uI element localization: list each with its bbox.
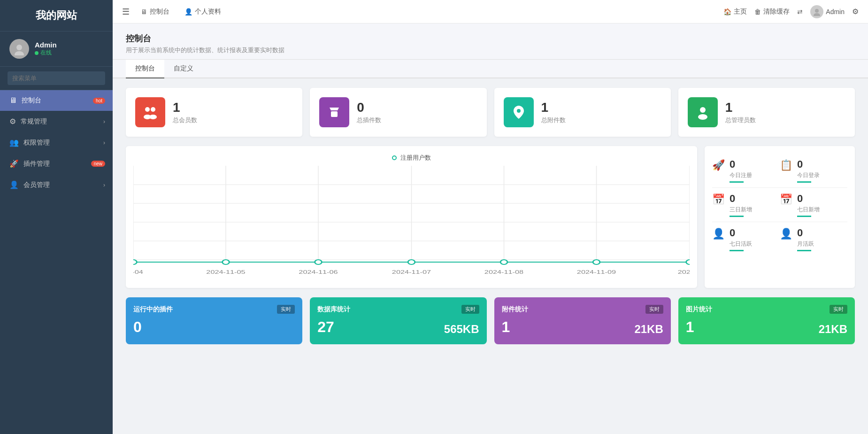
sidebar-item-auth[interactable]: 👥 权限管理 › (0, 132, 113, 153)
topbar-cache-label: 清除缓存 (763, 8, 790, 16)
page-title: 控制台 (126, 33, 855, 44)
attachments-count: 1 (541, 100, 566, 115)
sidebar-item-plugins[interactable]: 🚀 插件管理 new (0, 153, 113, 174)
topbar-nav-dashboard[interactable]: 🖥 控制台 (137, 6, 173, 18)
bottom-card-plugins-header: 运行中的插件 实时 (133, 305, 295, 314)
bottom-card-db-header: 数据库统计 实时 (317, 305, 479, 314)
topbar-clear-cache[interactable]: 🗑 清除缓存 (754, 8, 790, 16)
settings-icon[interactable]: ⚙ (852, 7, 859, 16)
svg-point-28 (593, 260, 600, 264)
stat-card-admins: 1 总管理员数 (678, 88, 855, 137)
bottom-row: 运行中的插件 实时 0 数据库统计 实时 27 565KB (126, 297, 855, 344)
topbar-home[interactable]: 🏠 主页 (723, 8, 747, 16)
user-monthly-icon: 👤 (780, 228, 792, 240)
avatar (9, 39, 29, 59)
svg-text:2024-11-07: 2024-11-07 (392, 269, 431, 275)
sidebar-item-general[interactable]: ⚙ 常规管理 › (0, 111, 113, 132)
page-content: 控制台 用于展示当前系统中的统计数据、统计报表及重要实时数据 控制台 自定义 (113, 23, 868, 434)
members-stat-icon (135, 97, 165, 127)
svg-text:2024-11-05: 2024-11-05 (206, 269, 246, 275)
bottom-card-db-body: 27 565KB (317, 318, 479, 336)
svg-text:2024-11-06: 2024-11-06 (299, 269, 338, 275)
today-register-value: 0 (730, 158, 752, 170)
svg-point-23 (133, 260, 137, 264)
attachment-stats-sub: 21KB (634, 323, 663, 336)
topbar: ☰ 🖥 控制台 👤 个人资料 🏠 主页 🗑 清除缓存 ⇄ (113, 0, 868, 23)
chevron-right-icon-auth: › (103, 140, 105, 146)
topbar-admin-label: Admin (826, 8, 845, 16)
calendar-icon-7: 📅 (780, 194, 792, 206)
svg-point-29 (686, 260, 690, 264)
seven-day-active-value: 0 (730, 227, 752, 239)
running-plugins-title: 运行中的插件 (133, 305, 173, 314)
calendar-icon-3: 📅 (712, 194, 725, 206)
chart-legend: 注册用户数 (133, 154, 690, 162)
admins-stat-icon (688, 97, 718, 127)
running-plugins-badge: 实时 (277, 305, 295, 314)
chevron-right-icon-members: › (103, 182, 105, 188)
db-stats-sub: 565KB (444, 323, 479, 336)
topbar-admin[interactable]: Admin (810, 5, 845, 18)
sidebar-item-dashboard-label: 控制台 (22, 96, 41, 105)
hamburger-icon[interactable]: ☰ (122, 7, 130, 17)
home-icon: 🏠 (723, 8, 731, 16)
rocket-icon: 🚀 (712, 159, 725, 171)
topbar-left: ☰ 🖥 控制台 👤 个人资料 (122, 6, 714, 18)
sidebar-item-general-label: 常规管理 (21, 117, 47, 126)
db-stats-title: 数据库统计 (317, 305, 350, 314)
bottom-card-plugins: 运行中的插件 实时 0 (126, 297, 302, 344)
db-stats-value: 27 (317, 318, 334, 336)
topbar-nav-profile[interactable]: 👤 个人资料 (181, 6, 225, 18)
expand-icon: ⇄ (797, 8, 803, 16)
image-stats-title: 图片统计 (686, 305, 712, 314)
search-input[interactable] (8, 71, 105, 85)
auth-icon: 👥 (9, 138, 19, 147)
topbar-expand[interactable]: ⇄ (797, 8, 803, 16)
sidebar-item-dashboard[interactable]: 🖥 控制台 hot (0, 90, 113, 111)
seven-day-new-label: 七日新增 (797, 206, 820, 214)
bottom-card-plugins-body: 0 (133, 318, 295, 336)
topbar-home-label: 主页 (734, 8, 747, 16)
members-count: 1 (173, 100, 197, 115)
page-subtitle: 用于展示当前系统中的统计数据、统计报表及重要实时数据 (126, 46, 855, 54)
plugins-stat-icon (319, 97, 349, 127)
svg-point-0 (16, 45, 22, 50)
svg-point-4 (145, 107, 150, 112)
sidebar: 我的网站 Admin 在线 🖥 控制台 hot ⚙ 常规管理 › (0, 0, 113, 434)
bottom-card-attachment-body: 1 21KB (502, 318, 663, 336)
user-active-7-icon: 👤 (712, 228, 725, 240)
trash-icon: 🗑 (754, 8, 761, 16)
svg-point-5 (151, 107, 155, 112)
svg-point-7 (149, 115, 157, 119)
three-day-item: 📅 0 三日新增 (712, 193, 780, 217)
monthly-active-value: 0 (797, 227, 814, 239)
status-dot (35, 51, 38, 55)
stat-pair-today: 🚀 0 今日注册 📋 0 今日登录 (712, 154, 847, 188)
tab-custom[interactable]: 自定义 (164, 60, 203, 78)
svg-text:2024-1: 2024-1 (678, 269, 690, 275)
sidebar-item-members-label: 会员管理 (23, 181, 50, 189)
topbar-avatar (810, 5, 823, 18)
three-day-label: 三日新增 (730, 206, 752, 214)
svg-point-26 (408, 260, 415, 264)
running-plugins-value: 0 (133, 318, 142, 336)
svg-point-24 (223, 260, 230, 264)
login-icon: 📋 (780, 159, 792, 171)
dashboard-content: 1 总会员数 0 总插件数 (113, 78, 868, 354)
user-stats-panel: 🚀 0 今日注册 📋 0 今日登录 (705, 146, 855, 288)
today-login-label: 今日登录 (797, 171, 820, 179)
three-day-value: 0 (730, 193, 752, 205)
chevron-right-icon: › (103, 118, 105, 125)
admins-count: 1 (725, 100, 756, 115)
sidebar-item-plugins-label: 插件管理 (23, 160, 50, 168)
plugins-badge: new (91, 161, 105, 167)
members-label: 总会员数 (173, 116, 197, 124)
sidebar-item-auth-label: 权限管理 (23, 139, 50, 147)
db-stats-badge: 实时 (461, 305, 479, 314)
dashboard-badge: hot (93, 98, 105, 104)
svg-point-25 (315, 260, 322, 264)
tab-dashboard[interactable]: 控制台 (126, 60, 164, 78)
plugins-count: 0 (357, 100, 381, 115)
seven-day-new-value: 0 (797, 193, 820, 205)
sidebar-item-members[interactable]: 👤 会员管理 › (0, 174, 113, 195)
